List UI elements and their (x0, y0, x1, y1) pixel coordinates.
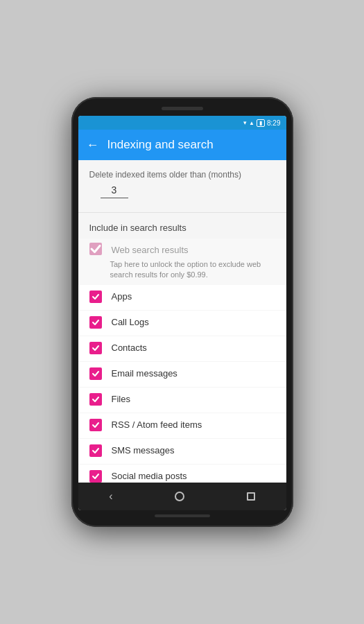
phone-speaker (162, 107, 203, 110)
nav-recents-button[interactable] (247, 492, 255, 501)
item-label-2: Contacts (112, 343, 147, 354)
signal-icon: ▲ (249, 120, 254, 126)
battery-icon: ▮ (257, 119, 265, 127)
list-item-main-6: SMS messages (89, 444, 275, 458)
list-item[interactable]: Email messages (78, 362, 286, 387)
status-bar: ▾ ▲ ▮ 8:29 (78, 116, 286, 130)
checkbox-container-3 (89, 367, 103, 381)
checkbox-container-2 (89, 342, 103, 356)
list-item-main-1: Call Logs (89, 316, 275, 330)
item-label-4: Files (112, 394, 130, 406)
phone-screen: ▾ ▲ ▮ 8:29 ← Indexing and search Delete … (78, 116, 286, 510)
list-item[interactable]: RSS / Atom feed items (78, 413, 286, 438)
delete-label: Delete indexed items older than (months) (89, 170, 275, 180)
web-search-checkbox (89, 243, 103, 257)
list-item[interactable]: Call Logs (78, 311, 286, 336)
web-search-label: Web search results (112, 245, 189, 255)
list-item[interactable]: Social media posts (78, 465, 286, 483)
checkbox-checked-0 (89, 291, 102, 303)
checkbox-container-6 (89, 444, 103, 458)
item-label-7: Social media posts (112, 471, 187, 483)
checkbox-checked-4 (89, 393, 102, 406)
months-input-container: 3 (101, 184, 128, 198)
delete-section: Delete indexed items older than (months)… (78, 160, 286, 202)
months-value[interactable]: 3 (112, 184, 117, 196)
checkbox-container-4 (89, 393, 103, 407)
web-search-item[interactable]: Web search results Tap here to unlock th… (78, 239, 286, 285)
item-label-1: Call Logs (112, 317, 149, 329)
list-item[interactable]: SMS messages (78, 439, 286, 464)
checkbox-checked-6 (89, 444, 102, 457)
list-item[interactable]: Contacts (78, 336, 286, 361)
checkbox-checked-1 (89, 316, 102, 329)
checkbox-checked-3 (89, 367, 102, 380)
web-search-row: Web search results (89, 243, 275, 257)
checkbox-container-0 (89, 291, 103, 304)
item-label-5: RSS / Atom feed items (112, 419, 202, 431)
list-item[interactable]: Files (78, 388, 286, 413)
phone-device: ▾ ▲ ▮ 8:29 ← Indexing and search Delete … (71, 97, 293, 527)
list-item-main-0: Apps (89, 291, 275, 304)
page-title: Indexing and search (107, 138, 214, 152)
list-item[interactable]: Apps (78, 285, 286, 310)
wifi-icon: ▾ (243, 119, 247, 126)
status-icons: ▾ ▲ ▮ 8:29 (243, 119, 280, 127)
list-item-main-4: Files (89, 393, 275, 407)
item-label-0: Apps (112, 291, 132, 303)
divider (78, 212, 286, 213)
app-bar: ← Indexing and search (78, 130, 286, 160)
phone-bottom-bar (155, 514, 210, 517)
checkbox-checked-2 (89, 342, 102, 354)
nav-home-button[interactable] (175, 492, 184, 501)
list-item-main-7: Social media posts (89, 470, 275, 483)
search-items-list: Apps Call Logs (78, 285, 286, 483)
checkbox-container-5 (89, 419, 103, 433)
include-section-header: Include in search results (78, 220, 286, 239)
back-button[interactable]: ← (87, 138, 99, 153)
nav-back-button[interactable]: ‹ (109, 490, 112, 503)
checkbox-checked-5 (89, 419, 102, 431)
checkbox-container-1 (89, 316, 103, 330)
item-label-3: Email messages (112, 368, 177, 380)
time-display: 8:29 (267, 119, 280, 127)
list-item-main-3: Email messages (89, 367, 275, 381)
checkbox-checked-7 (89, 470, 102, 483)
list-item-main-2: Contacts (89, 342, 275, 356)
checkbox-container-7 (89, 470, 103, 483)
content-area: Delete indexed items older than (months)… (78, 160, 286, 483)
checkbox-disabled-icon (89, 243, 102, 255)
navigation-bar: ‹ (78, 483, 286, 510)
web-search-hint: Tap here to unlock the option to exclude… (110, 259, 275, 281)
item-label-6: SMS messages (112, 445, 175, 457)
list-item-main-5: RSS / Atom feed items (89, 419, 275, 433)
